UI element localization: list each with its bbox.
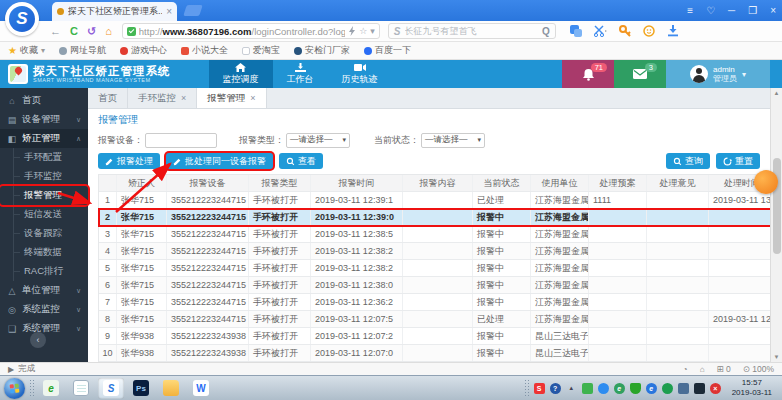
- wechat-icon[interactable]: [582, 383, 593, 394]
- qq-icon[interactable]: [598, 383, 609, 394]
- sidebar-item-rac[interactable]: RAC排行: [0, 262, 88, 281]
- maximize-icon[interactable]: ❐: [748, 6, 757, 16]
- taskbar-clock[interactable]: 15:57 2019-03-11: [726, 378, 778, 397]
- start-button[interactable]: [4, 378, 25, 399]
- volume-muted-icon[interactable]: ×: [710, 383, 721, 394]
- taskbar-sogou-button[interactable]: S: [98, 378, 124, 399]
- translate-icon[interactable]: [570, 25, 582, 37]
- bookmark-baidu[interactable]: 百度一下: [364, 44, 411, 57]
- sidebar-item-unit-mgmt[interactable]: △单位管理∨: [0, 281, 88, 300]
- refresh-icon[interactable]: C: [70, 26, 78, 37]
- alarm-device-input[interactable]: [145, 133, 217, 148]
- floating-service-button[interactable]: [754, 170, 778, 194]
- security-shield-icon[interactable]: [630, 383, 641, 394]
- sidebar-item-device-track[interactable]: 设备跟踪: [0, 224, 88, 243]
- search-hotword[interactable]: 长征九号有望首飞: [405, 25, 477, 38]
- minimize-icon[interactable]: ─: [728, 6, 735, 16]
- download-status[interactable]: ⊞ 0: [717, 364, 731, 374]
- search-button[interactable]: 查询: [666, 153, 710, 169]
- home-icon[interactable]: ⌂: [700, 365, 705, 374]
- proxy-smiley-icon[interactable]: [643, 25, 655, 37]
- dropdown-caret-icon[interactable]: ▾: [370, 26, 375, 36]
- current-status-select[interactable]: —请选择—▾: [421, 133, 485, 148]
- speed-lightning-icon[interactable]: [348, 26, 356, 36]
- show-hidden-icons[interactable]: ▴: [566, 383, 577, 394]
- sidebar-item-alarm-mgmt[interactable]: 报警管理: [0, 186, 88, 205]
- network-icon[interactable]: [678, 383, 689, 394]
- back-icon[interactable]: ←: [50, 26, 61, 37]
- taskbar-ie-button[interactable]: e: [38, 378, 64, 399]
- sidebar-item-terminal-data[interactable]: 终端数据: [0, 243, 88, 262]
- sidebar-item-device-mgmt[interactable]: ▤设备管理∨: [0, 110, 88, 129]
- table-row[interactable]: 8 张华715 355212223244715 手环被打开 2019-03-11…: [99, 311, 775, 328]
- table-row[interactable]: 1 张华715 355212223244715 手环被打开 2019-03-11…: [99, 192, 775, 209]
- taskbar-explorer-button[interactable]: [158, 378, 184, 399]
- taskbar-notepad-button[interactable]: [68, 378, 94, 399]
- skin-icon[interactable]: ♡: [706, 6, 715, 16]
- account-menu[interactable]: admin 管理员 ▾: [666, 60, 770, 88]
- taskbar-photoshop-button[interactable]: Ps: [128, 378, 154, 399]
- taskbar-wps-button[interactable]: W: [188, 378, 214, 399]
- alarm-type-select[interactable]: —请选择—▾: [286, 133, 350, 148]
- table-row[interactable]: 10 张华938 355212223243938 手环被打开 2019-03-1…: [99, 345, 775, 362]
- table-row[interactable]: 7 张华715 355212223244715 手环被打开 2019-03-11…: [99, 294, 775, 311]
- alarm-handle-button[interactable]: 报警处理: [98, 153, 160, 169]
- messages-button[interactable]: 3: [614, 60, 666, 88]
- table-row[interactable]: 4 张华715 355212223244715 手环被打开 2019-03-11…: [99, 243, 775, 260]
- safe-icon[interactable]: [662, 383, 673, 394]
- bookmark-game-center[interactable]: 游戏中心: [120, 44, 167, 57]
- notifications-button[interactable]: 71: [562, 60, 614, 88]
- login-key-icon[interactable]: [619, 25, 631, 37]
- bookmark-favorites[interactable]: ★收藏▾: [8, 44, 45, 57]
- ie-tray-icon[interactable]: e: [646, 383, 657, 394]
- table-row[interactable]: 3 张华715 355212223244715 手环被打开 2019-03-11…: [99, 226, 775, 243]
- screenshot-scissors-icon[interactable]: [594, 25, 607, 37]
- nav-history-track[interactable]: 历史轨迹: [328, 60, 392, 88]
- sidebar-item-correction-mgmt[interactable]: ◧矫正管理∧: [0, 129, 88, 148]
- nav-monitor-dispatch[interactable]: 监控调度: [209, 60, 273, 88]
- tab-close-icon[interactable]: ×: [250, 93, 255, 103]
- scroll-down-icon[interactable]: ▼: [774, 352, 780, 362]
- new-tab-button[interactable]: [183, 5, 203, 16]
- search-icon[interactable]: Q: [542, 26, 550, 37]
- nav-workbench[interactable]: 工作台: [273, 60, 328, 88]
- view-button[interactable]: 查看: [279, 153, 323, 169]
- sidebar-item-sys-monitor[interactable]: ◎系统监控∨: [0, 300, 88, 319]
- sidebar-item-home[interactable]: ⌂首页: [0, 91, 88, 110]
- page-tab[interactable]: 报警管理×: [197, 88, 266, 108]
- sidebar-item-band-config[interactable]: 手环配置: [0, 148, 88, 167]
- sogou-browser-logo-icon[interactable]: S: [5, 2, 39, 36]
- section-title[interactable]: 报警管理: [98, 113, 776, 127]
- address-bar[interactable]: http://www.36807196.com/loginController.…: [122, 23, 380, 39]
- favorite-star-icon[interactable]: ☆: [359, 26, 367, 36]
- page-tab[interactable]: 首页×: [88, 88, 128, 108]
- sidebar-item-band-monitor[interactable]: 手环监控: [0, 167, 88, 186]
- browser360-icon[interactable]: e: [614, 383, 625, 394]
- undo-close-icon[interactable]: ↺: [87, 26, 96, 37]
- bookmark-navsite[interactable]: 网址导航: [59, 44, 106, 57]
- tab-close-icon[interactable]: ×: [181, 93, 186, 103]
- sidebar-item-sms[interactable]: 短信发送: [0, 205, 88, 224]
- ime-lang-icon[interactable]: [694, 383, 705, 394]
- table-row[interactable]: 6 张华715 355212223244715 手环被打开 2019-03-11…: [99, 277, 775, 294]
- bookmark-security-door[interactable]: 安检门厂家: [294, 44, 350, 57]
- reset-button[interactable]: 重置: [716, 153, 760, 169]
- browser-tab[interactable]: 探天下社区矫正管理系... ×: [52, 2, 177, 21]
- page-scrollbar[interactable]: ▲ ▼: [770, 88, 782, 362]
- sidebar-collapse-button[interactable]: ‹: [30, 332, 46, 348]
- tab-close-icon[interactable]: ×: [166, 6, 172, 17]
- search-box[interactable]: S 长征九号有望首飞 Q: [388, 23, 556, 39]
- sogou-ime-icon[interactable]: S: [534, 383, 545, 394]
- bookmark-taobao[interactable]: 爱淘宝: [242, 44, 280, 57]
- batch-handle-button[interactable]: 批处理同一设备报警: [166, 153, 273, 169]
- table-row[interactable]: 9 张华938 355212223243938 手环被打开 2019-03-11…: [99, 328, 775, 345]
- scroll-up-icon[interactable]: ▲: [774, 88, 780, 98]
- download-icon[interactable]: [667, 25, 679, 37]
- close-icon[interactable]: ×: [770, 6, 776, 16]
- url-text[interactable]: http://www.36807196.com/loginController.…: [139, 26, 345, 37]
- zoom-level[interactable]: ⊙ 100%: [743, 364, 774, 374]
- table-row[interactable]: 2 张华715 355212223244715 手环被打开 2019-03-11…: [99, 209, 775, 226]
- bookmark-novels[interactable]: 小说大全: [181, 44, 228, 57]
- page-tab[interactable]: 手环监控×: [128, 88, 197, 108]
- help-tray-icon[interactable]: ?: [550, 383, 561, 394]
